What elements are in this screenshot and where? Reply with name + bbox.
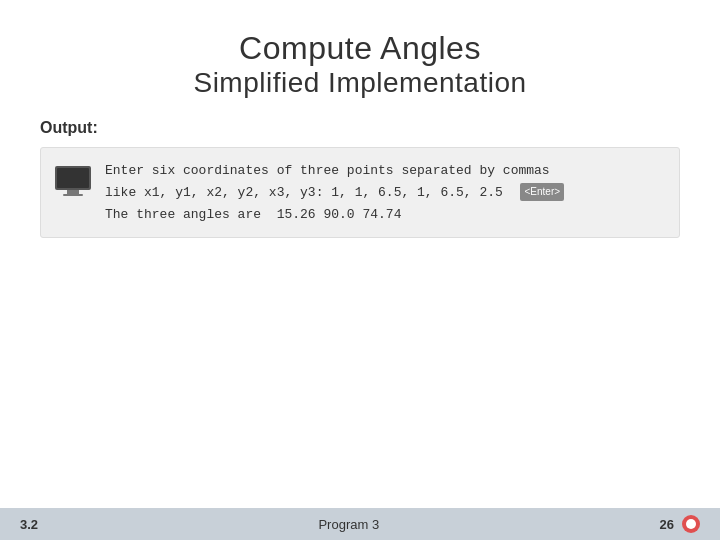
svg-rect-1	[57, 168, 89, 188]
output-label: Output:	[40, 119, 680, 137]
enter-badge: <Enter>	[520, 183, 564, 201]
footer-right: 26	[660, 515, 700, 533]
footer-section-number: 3.2	[20, 517, 38, 532]
footer-icon	[682, 515, 700, 533]
footer-program-label: Program 3	[318, 517, 379, 532]
output-box: Enter six coordinates of three points se…	[40, 147, 680, 238]
svg-rect-2	[67, 190, 79, 194]
output-text-container: Enter six coordinates of three points se…	[105, 160, 667, 225]
title-section: Compute Angles Simplified Implementation	[40, 30, 680, 99]
footer-page-number: 26	[660, 517, 674, 532]
footer-icon-inner	[686, 519, 696, 529]
footer: 3.2 Program 3 26	[0, 508, 720, 540]
main-content: Compute Angles Simplified Implementation…	[0, 0, 720, 540]
slide-container: Compute Angles Simplified Implementation…	[0, 0, 720, 540]
title-line2: Simplified Implementation	[40, 67, 680, 99]
monitor-icon	[53, 162, 93, 202]
svg-rect-3	[63, 194, 83, 196]
title-line1: Compute Angles	[40, 30, 680, 67]
output-text-line1: Enter six coordinates of three points se…	[105, 163, 564, 222]
